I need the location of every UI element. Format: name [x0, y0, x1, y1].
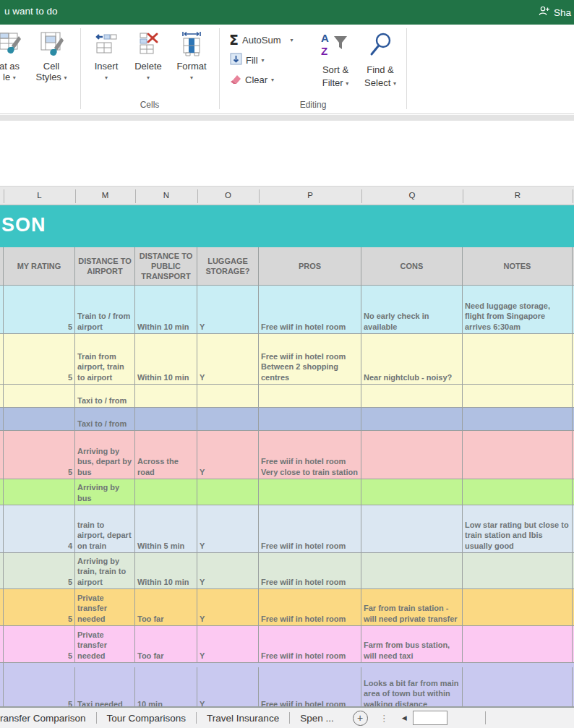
cell-rating[interactable] — [4, 408, 75, 430]
share-button[interactable]: Sha — [538, 5, 571, 20]
cell-luggage[interactable] — [197, 408, 259, 430]
cell-notes[interactable]: Need luggage storage, flight from Singap… — [463, 286, 573, 333]
column-letter-M[interactable]: M — [102, 191, 109, 200]
cell-airport[interactable]: Taxi to / from — [75, 385, 135, 407]
cell-public_transport[interactable]: 10 min — [135, 667, 197, 707]
cell-rating[interactable]: 5 — [4, 334, 75, 384]
cell-rating[interactable] — [4, 385, 75, 407]
column-letter-L[interactable]: L — [37, 191, 41, 200]
new-sheet-button[interactable]: + — [353, 711, 368, 726]
column-letter-R[interactable]: R — [515, 191, 521, 200]
cell-airport[interactable]: Arriving by train, train to airport — [75, 553, 135, 588]
format-cells-button[interactable]: Format ▾ — [171, 30, 213, 82]
cell-pros[interactable]: Free wiif in hotel room Between 2 shoppi… — [259, 334, 361, 384]
cell-pros[interactable]: Free wiif in hotel room — [259, 667, 361, 707]
delete-cells-button[interactable]: Delete ▾ — [129, 30, 168, 82]
cell-luggage[interactable]: Y — [197, 589, 259, 625]
cell-public_transport[interactable]: Too far — [135, 626, 197, 662]
cell-airport[interactable]: Taxi to / from — [75, 408, 135, 430]
cell-pros[interactable]: Free wiif in hotel room — [259, 286, 361, 333]
cell-notes[interactable] — [463, 626, 573, 662]
sheet-tab-transfer-comparison[interactable]: ransfer Comparison — [0, 713, 96, 724]
cell-public_transport[interactable]: Across the road — [135, 431, 197, 479]
cell-airport[interactable]: Arriving by bus, depart by bus — [75, 431, 135, 479]
cell-rating[interactable]: 5 — [4, 667, 75, 707]
format-as-table-button[interactable]: at as le ▾ — [0, 30, 32, 82]
column-letter-O[interactable]: O — [225, 191, 231, 200]
cell-cons[interactable] — [361, 479, 463, 505]
cell-notes[interactable] — [463, 385, 573, 407]
cell-rating[interactable]: 4 — [4, 505, 75, 552]
cell-airport[interactable]: Train from airport, train to airport — [75, 334, 135, 384]
cell-pros[interactable] — [259, 479, 361, 505]
cell-airport[interactable]: Private transfer needed — [75, 589, 135, 625]
cell-cons[interactable]: No early check in available — [361, 286, 463, 333]
cell-airport[interactable]: Taxi needed — [75, 667, 135, 707]
cell-public_transport[interactable] — [135, 479, 197, 505]
cell-styles-button[interactable]: Cell Styles ▾ — [29, 30, 74, 82]
sheet-tab-tour-comparisons[interactable]: Tour Comparisons — [97, 713, 197, 724]
cell-notes[interactable] — [463, 667, 573, 707]
cell-public_transport[interactable]: Within 5 min — [135, 505, 197, 552]
autosum-button[interactable]: Σ AutoSum ▾ — [229, 32, 293, 48]
horizontal-scrollbar-thumb[interactable] — [413, 711, 447, 725]
cell-notes[interactable] — [463, 334, 573, 384]
cell-rating[interactable]: 5 — [4, 431, 75, 479]
cell-luggage[interactable]: Y — [197, 431, 259, 479]
find-select-button[interactable]: Find & Select ▾ — [359, 30, 402, 90]
sheet-tab-travel-insurance[interactable]: Travel Insurance — [197, 713, 289, 724]
cell-airport[interactable]: Train to / from airport — [75, 286, 135, 333]
cell-luggage[interactable]: Y — [197, 286, 259, 333]
clear-button[interactable]: Clear ▾ — [228, 73, 274, 87]
cell-notes[interactable] — [463, 553, 573, 588]
cell-notes[interactable] — [463, 479, 573, 505]
cell-notes[interactable]: Low star rating but close to train stati… — [463, 505, 573, 552]
cell-cons[interactable] — [361, 431, 463, 479]
cell-luggage[interactable] — [197, 479, 259, 505]
tell-me-search-text[interactable]: u want to do — [4, 6, 58, 17]
cell-luggage[interactable]: Y — [197, 553, 259, 588]
cell-rating[interactable]: 5 — [4, 553, 75, 588]
scroll-left-arrow-icon[interactable]: ◀ — [402, 714, 407, 721]
cell-luggage[interactable]: Y — [197, 505, 259, 552]
cell-public_transport[interactable]: Too far — [135, 589, 197, 625]
cell-luggage[interactable]: Y — [197, 626, 259, 662]
cell-rating[interactable]: 5 — [4, 626, 75, 662]
cell-notes[interactable] — [463, 431, 573, 479]
cell-pros[interactable] — [259, 408, 361, 430]
tab-options-dots-icon[interactable]: ⋮ — [380, 713, 389, 724]
cell-pros[interactable] — [259, 385, 361, 407]
cell-cons[interactable] — [361, 553, 463, 588]
cell-notes[interactable] — [463, 589, 573, 625]
cell-airport[interactable]: train to airport, depart on train — [75, 505, 135, 552]
cell-cons[interactable] — [361, 408, 463, 430]
column-letter-Q[interactable]: Q — [409, 191, 416, 200]
cell-cons[interactable] — [361, 385, 463, 407]
cell-public_transport[interactable] — [135, 408, 197, 430]
insert-cells-button[interactable]: Insert ▾ — [87, 30, 126, 82]
cell-cons[interactable]: Looks a bit far from main area of town b… — [361, 667, 463, 707]
cell-pros[interactable]: Free wiif in hotel room — [259, 626, 361, 662]
cell-pros[interactable]: Free wiif in hotel room Very close to tr… — [259, 431, 361, 479]
cell-public_transport[interactable]: Within 10 min — [135, 286, 197, 333]
sort-filter-button[interactable]: AZ Sort & Filter ▾ — [315, 30, 356, 90]
cell-rating[interactable]: 5 — [4, 589, 75, 625]
cell-cons[interactable]: Farm from bus station, will need taxi — [361, 626, 463, 662]
cell-pros[interactable]: Free wiif in hotel room — [259, 505, 361, 552]
cell-rating[interactable]: 5 — [4, 286, 75, 333]
cell-public_transport[interactable]: Within 10 min — [135, 553, 197, 588]
sheet-tab-spending[interactable]: Spen ... — [290, 713, 344, 724]
cell-rating[interactable] — [4, 479, 75, 505]
cell-luggage[interactable]: Y — [197, 334, 259, 384]
cell-luggage[interactable]: Y — [197, 667, 259, 707]
cell-notes[interactable] — [463, 408, 573, 430]
cell-cons[interactable]: Far from train station - will need priva… — [361, 589, 463, 625]
cell-pros[interactable]: Free wiif in hotel room — [259, 589, 361, 625]
fill-button[interactable]: Fill ▾ — [230, 53, 265, 67]
cell-pros[interactable]: Free wiif in hotel room — [259, 553, 361, 588]
cell-airport[interactable]: Private transfer needed — [75, 626, 135, 662]
cell-cons[interactable] — [361, 505, 463, 552]
cell-public_transport[interactable] — [135, 385, 197, 407]
column-letter-P[interactable]: P — [307, 191, 313, 200]
column-letter-N[interactable]: N — [163, 191, 169, 200]
